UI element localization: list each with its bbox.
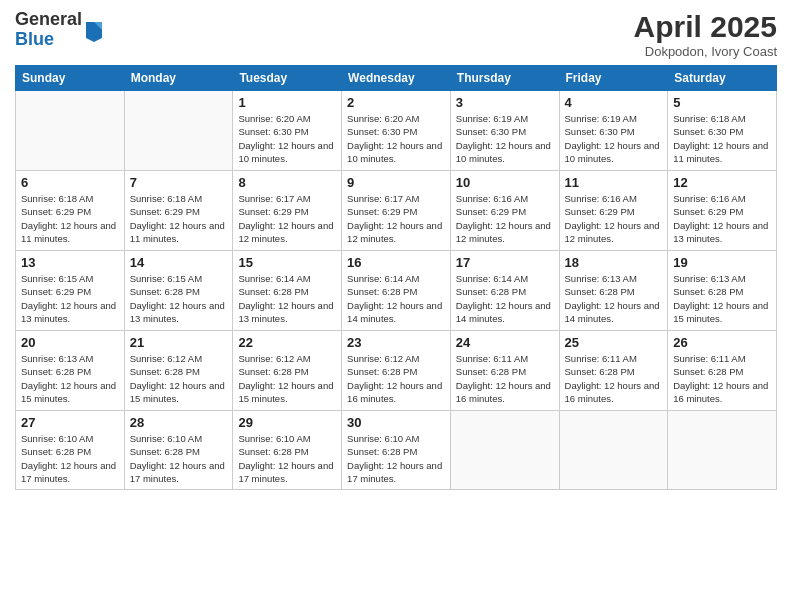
day-cell: 21Sunrise: 6:12 AM Sunset: 6:28 PM Dayli… xyxy=(124,331,233,411)
day-number: 25 xyxy=(565,335,663,350)
day-info: Sunrise: 6:19 AM Sunset: 6:30 PM Dayligh… xyxy=(456,112,554,165)
day-info: Sunrise: 6:11 AM Sunset: 6:28 PM Dayligh… xyxy=(673,352,771,405)
day-info: Sunrise: 6:10 AM Sunset: 6:28 PM Dayligh… xyxy=(347,432,445,485)
week-row-5: 27Sunrise: 6:10 AM Sunset: 6:28 PM Dayli… xyxy=(16,411,777,490)
day-cell: 11Sunrise: 6:16 AM Sunset: 6:29 PM Dayli… xyxy=(559,171,668,251)
day-cell xyxy=(450,411,559,490)
day-cell: 2Sunrise: 6:20 AM Sunset: 6:30 PM Daylig… xyxy=(342,91,451,171)
day-info: Sunrise: 6:10 AM Sunset: 6:28 PM Dayligh… xyxy=(238,432,336,485)
day-number: 7 xyxy=(130,175,228,190)
day-info: Sunrise: 6:20 AM Sunset: 6:30 PM Dayligh… xyxy=(347,112,445,165)
day-cell: 28Sunrise: 6:10 AM Sunset: 6:28 PM Dayli… xyxy=(124,411,233,490)
day-number: 10 xyxy=(456,175,554,190)
day-number: 16 xyxy=(347,255,445,270)
day-number: 5 xyxy=(673,95,771,110)
day-info: Sunrise: 6:20 AM Sunset: 6:30 PM Dayligh… xyxy=(238,112,336,165)
day-number: 17 xyxy=(456,255,554,270)
day-info: Sunrise: 6:11 AM Sunset: 6:28 PM Dayligh… xyxy=(565,352,663,405)
day-cell: 27Sunrise: 6:10 AM Sunset: 6:28 PM Dayli… xyxy=(16,411,125,490)
day-number: 15 xyxy=(238,255,336,270)
day-number: 29 xyxy=(238,415,336,430)
week-row-4: 20Sunrise: 6:13 AM Sunset: 6:28 PM Dayli… xyxy=(16,331,777,411)
day-cell: 19Sunrise: 6:13 AM Sunset: 6:28 PM Dayli… xyxy=(668,251,777,331)
day-number: 13 xyxy=(21,255,119,270)
day-number: 11 xyxy=(565,175,663,190)
day-cell: 14Sunrise: 6:15 AM Sunset: 6:28 PM Dayli… xyxy=(124,251,233,331)
day-cell: 20Sunrise: 6:13 AM Sunset: 6:28 PM Dayli… xyxy=(16,331,125,411)
day-info: Sunrise: 6:15 AM Sunset: 6:28 PM Dayligh… xyxy=(130,272,228,325)
day-cell: 6Sunrise: 6:18 AM Sunset: 6:29 PM Daylig… xyxy=(16,171,125,251)
day-cell: 12Sunrise: 6:16 AM Sunset: 6:29 PM Dayli… xyxy=(668,171,777,251)
day-info: Sunrise: 6:12 AM Sunset: 6:28 PM Dayligh… xyxy=(130,352,228,405)
day-cell: 25Sunrise: 6:11 AM Sunset: 6:28 PM Dayli… xyxy=(559,331,668,411)
day-cell: 3Sunrise: 6:19 AM Sunset: 6:30 PM Daylig… xyxy=(450,91,559,171)
day-cell: 15Sunrise: 6:14 AM Sunset: 6:28 PM Dayli… xyxy=(233,251,342,331)
header: General Blue April 2025 Dokpodon, Ivory … xyxy=(15,10,777,59)
day-number: 22 xyxy=(238,335,336,350)
day-info: Sunrise: 6:18 AM Sunset: 6:30 PM Dayligh… xyxy=(673,112,771,165)
week-row-2: 6Sunrise: 6:18 AM Sunset: 6:29 PM Daylig… xyxy=(16,171,777,251)
day-number: 27 xyxy=(21,415,119,430)
day-info: Sunrise: 6:18 AM Sunset: 6:29 PM Dayligh… xyxy=(130,192,228,245)
day-cell: 9Sunrise: 6:17 AM Sunset: 6:29 PM Daylig… xyxy=(342,171,451,251)
day-info: Sunrise: 6:12 AM Sunset: 6:28 PM Dayligh… xyxy=(238,352,336,405)
day-info: Sunrise: 6:16 AM Sunset: 6:29 PM Dayligh… xyxy=(673,192,771,245)
day-cell xyxy=(559,411,668,490)
column-header-thursday: Thursday xyxy=(450,66,559,91)
day-number: 8 xyxy=(238,175,336,190)
day-cell: 29Sunrise: 6:10 AM Sunset: 6:28 PM Dayli… xyxy=(233,411,342,490)
header-row: SundayMondayTuesdayWednesdayThursdayFrid… xyxy=(16,66,777,91)
day-cell: 22Sunrise: 6:12 AM Sunset: 6:28 PM Dayli… xyxy=(233,331,342,411)
day-cell: 7Sunrise: 6:18 AM Sunset: 6:29 PM Daylig… xyxy=(124,171,233,251)
day-number: 23 xyxy=(347,335,445,350)
day-number: 30 xyxy=(347,415,445,430)
day-info: Sunrise: 6:13 AM Sunset: 6:28 PM Dayligh… xyxy=(21,352,119,405)
column-header-wednesday: Wednesday xyxy=(342,66,451,91)
day-info: Sunrise: 6:18 AM Sunset: 6:29 PM Dayligh… xyxy=(21,192,119,245)
calendar-title: April 2025 xyxy=(634,10,777,44)
day-number: 2 xyxy=(347,95,445,110)
day-number: 24 xyxy=(456,335,554,350)
day-number: 9 xyxy=(347,175,445,190)
day-info: Sunrise: 6:10 AM Sunset: 6:28 PM Dayligh… xyxy=(130,432,228,485)
day-info: Sunrise: 6:15 AM Sunset: 6:29 PM Dayligh… xyxy=(21,272,119,325)
day-cell: 30Sunrise: 6:10 AM Sunset: 6:28 PM Dayli… xyxy=(342,411,451,490)
day-cell: 16Sunrise: 6:14 AM Sunset: 6:28 PM Dayli… xyxy=(342,251,451,331)
logo-icon xyxy=(84,18,104,42)
column-header-tuesday: Tuesday xyxy=(233,66,342,91)
day-number: 28 xyxy=(130,415,228,430)
day-info: Sunrise: 6:17 AM Sunset: 6:29 PM Dayligh… xyxy=(347,192,445,245)
day-number: 3 xyxy=(456,95,554,110)
day-info: Sunrise: 6:16 AM Sunset: 6:29 PM Dayligh… xyxy=(456,192,554,245)
day-cell: 24Sunrise: 6:11 AM Sunset: 6:28 PM Dayli… xyxy=(450,331,559,411)
day-number: 1 xyxy=(238,95,336,110)
day-cell: 5Sunrise: 6:18 AM Sunset: 6:30 PM Daylig… xyxy=(668,91,777,171)
logo-blue: Blue xyxy=(15,29,54,49)
day-info: Sunrise: 6:14 AM Sunset: 6:28 PM Dayligh… xyxy=(456,272,554,325)
day-info: Sunrise: 6:19 AM Sunset: 6:30 PM Dayligh… xyxy=(565,112,663,165)
day-number: 4 xyxy=(565,95,663,110)
day-cell: 1Sunrise: 6:20 AM Sunset: 6:30 PM Daylig… xyxy=(233,91,342,171)
day-info: Sunrise: 6:11 AM Sunset: 6:28 PM Dayligh… xyxy=(456,352,554,405)
day-info: Sunrise: 6:14 AM Sunset: 6:28 PM Dayligh… xyxy=(238,272,336,325)
day-cell xyxy=(124,91,233,171)
day-cell: 23Sunrise: 6:12 AM Sunset: 6:28 PM Dayli… xyxy=(342,331,451,411)
day-cell xyxy=(16,91,125,171)
day-number: 20 xyxy=(21,335,119,350)
day-number: 18 xyxy=(565,255,663,270)
day-number: 6 xyxy=(21,175,119,190)
day-number: 26 xyxy=(673,335,771,350)
day-info: Sunrise: 6:16 AM Sunset: 6:29 PM Dayligh… xyxy=(565,192,663,245)
week-row-1: 1Sunrise: 6:20 AM Sunset: 6:30 PM Daylig… xyxy=(16,91,777,171)
day-number: 14 xyxy=(130,255,228,270)
logo-text: General Blue xyxy=(15,10,82,50)
column-header-friday: Friday xyxy=(559,66,668,91)
day-info: Sunrise: 6:14 AM Sunset: 6:28 PM Dayligh… xyxy=(347,272,445,325)
day-number: 19 xyxy=(673,255,771,270)
week-row-3: 13Sunrise: 6:15 AM Sunset: 6:29 PM Dayli… xyxy=(16,251,777,331)
calendar-page: General Blue April 2025 Dokpodon, Ivory … xyxy=(0,0,792,612)
day-number: 12 xyxy=(673,175,771,190)
day-cell: 17Sunrise: 6:14 AM Sunset: 6:28 PM Dayli… xyxy=(450,251,559,331)
day-cell: 18Sunrise: 6:13 AM Sunset: 6:28 PM Dayli… xyxy=(559,251,668,331)
calendar-table: SundayMondayTuesdayWednesdayThursdayFrid… xyxy=(15,65,777,490)
